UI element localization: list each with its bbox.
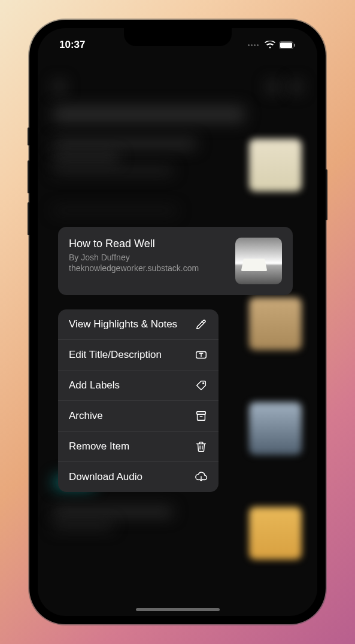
pencil-icon [195,318,208,331]
power-button [326,169,327,220]
tag-icon [195,379,208,392]
side-button [28,127,29,145]
wifi-icon [265,41,275,49]
menu-remove-item[interactable]: Remove Item [58,432,219,462]
menu-item-label: Archive [69,410,103,422]
menu-item-label: View Highlights & Notes [69,318,177,330]
context-menu: View Highlights & Notes Edit Title/Descr… [58,309,219,492]
menu-item-label: Download Audio [69,471,142,483]
menu-item-label: Add Labels [69,379,120,391]
svg-rect-1 [280,42,292,48]
preview-source: theknowledgeworker.substack.com [69,263,228,273]
menu-item-label: Edit Title/Description [69,349,162,361]
preview-thumbnail [235,238,282,284]
menu-view-highlights[interactable]: View Highlights & Notes [58,309,219,340]
phone-screen: 10:37 [38,28,317,616]
signal-dots [248,44,259,46]
preview-author: By Josh Duffney [69,253,228,262]
preview-title: How to Read Well [69,238,228,250]
menu-item-label: Remove Item [69,441,129,452]
text-box-icon [195,348,208,362]
notch [124,28,232,46]
status-time: 10:37 [59,39,85,51]
battery-icon [279,41,296,49]
home-indicator[interactable] [136,608,220,611]
volume-up-button [28,160,29,193]
preview-text: How to Read Well By Josh Duffney theknow… [69,238,228,284]
svg-rect-2 [294,44,295,47]
phone-frame: 10:37 [29,20,326,624]
cloud-download-icon [195,470,208,484]
menu-edit-title[interactable]: Edit Title/Description [58,340,219,370]
trash-icon [195,440,208,453]
svg-point-4 [203,382,204,384]
svg-rect-5 [197,412,206,415]
volume-down-button [28,202,29,235]
status-right [248,41,296,49]
menu-archive[interactable]: Archive [58,401,219,432]
context-menu-container: How to Read Well By Josh Duffney theknow… [58,227,293,492]
preview-card[interactable]: How to Read Well By Josh Duffney theknow… [58,227,293,295]
menu-download-audio[interactable]: Download Audio [58,462,219,492]
archive-icon [195,409,208,423]
menu-add-labels[interactable]: Add Labels [58,370,219,401]
